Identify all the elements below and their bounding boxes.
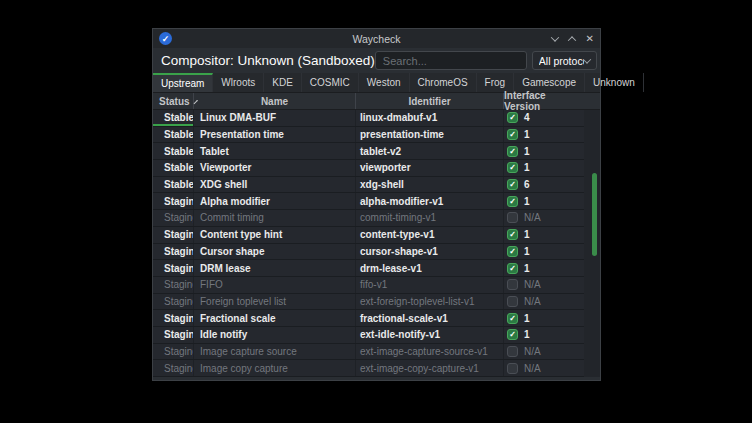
version-value: 4	[524, 112, 530, 123]
table-header: Status Name Identifier Interface Version	[153, 93, 600, 110]
cell-identifier: ext-image-copy-capture-v1	[356, 360, 504, 376]
version-value: 1	[524, 329, 530, 340]
table-row[interactable]: StagingDRM leasedrm-lease-v1✓1	[153, 260, 584, 277]
tab-kde[interactable]: KDE	[264, 73, 302, 92]
checkbox-checked-icon: ✓	[507, 196, 518, 207]
cell-interface-version: ✓1	[504, 310, 584, 326]
table-row[interactable]: StagingCursor shapecursor-shape-v1✓1	[153, 244, 584, 261]
cell-interface-version: ✓1	[504, 260, 584, 276]
column-header-status[interactable]: Status	[153, 93, 194, 109]
cell-status: Staging	[153, 294, 194, 310]
cell-status: Staging	[153, 244, 194, 260]
cell-status: Staging	[153, 260, 194, 276]
version-value: N/A	[524, 296, 541, 307]
cell-interface-version: ✓1	[504, 327, 584, 343]
version-value: 1	[524, 162, 530, 173]
close-icon[interactable]: ✕	[586, 34, 594, 44]
checkbox-checked-icon: ✓	[507, 246, 518, 257]
table-row[interactable]: StagingCommit timingcommit-timing-v1N/A	[153, 210, 584, 227]
checkbox-checked-icon: ✓	[507, 129, 518, 140]
table-row[interactable]: StagingContent type hintcontent-type-v1✓…	[153, 227, 584, 244]
table-row[interactable]: StableLinux DMA-BUFlinux-dmabuf-v1✓4	[153, 110, 584, 127]
cell-status: Staging	[153, 310, 194, 326]
checkbox-checked-icon: ✓	[507, 179, 518, 190]
protocol-filter-dropdown[interactable]: All protocols	[532, 51, 597, 70]
cell-status: Staging	[153, 344, 194, 360]
cell-interface-version: N/A	[504, 360, 584, 376]
checkbox-checked-icon: ✓	[507, 112, 518, 123]
version-value: 1	[524, 146, 530, 157]
cell-name: FIFO	[194, 277, 356, 293]
table-row[interactable]: StagingFractional scalefractional-scale-…	[153, 310, 584, 327]
vertical-scrollbar-thumb[interactable]	[592, 173, 597, 256]
tab-weston[interactable]: Weston	[359, 73, 410, 92]
checkbox-unchecked-icon	[507, 296, 518, 307]
version-value: 1	[524, 196, 530, 207]
table-row[interactable]: StagingFIFOfifo-v1N/A	[153, 277, 584, 294]
column-header-status-label: Status	[159, 96, 190, 107]
checkbox-checked-icon: ✓	[507, 313, 518, 324]
cell-status: Staging	[153, 277, 194, 293]
cell-interface-version: N/A	[504, 344, 584, 360]
version-value: N/A	[524, 279, 541, 290]
tab-chromeos[interactable]: ChromeOS	[410, 73, 477, 92]
table-row[interactable]: StagingIdle notifyext-idle-notify-v1✓1	[153, 327, 584, 344]
table-row[interactable]: StagingImage copy captureext-image-copy-…	[153, 360, 584, 377]
checkbox-checked-icon: ✓	[507, 229, 518, 240]
cell-identifier: alpha-modifier-v1	[356, 193, 504, 209]
table-row[interactable]: StableXDG shellxdg-shell✓6	[153, 177, 584, 194]
cell-name: Cursor shape	[194, 244, 356, 260]
column-header-name[interactable]: Name	[194, 93, 356, 109]
cell-identifier: tablet-v2	[356, 143, 504, 159]
checkbox-unchecked-icon	[507, 363, 518, 374]
column-header-interface-version[interactable]: Interface Version	[504, 93, 584, 109]
cell-identifier: viewporter	[356, 160, 504, 176]
column-header-identifier[interactable]: Identifier	[356, 93, 504, 109]
table-row[interactable]: StableViewporterviewporter✓1	[153, 160, 584, 177]
table-row[interactable]: StagingForeign toplevel listext-foreign-…	[153, 294, 584, 311]
tab-cosmic[interactable]: COSMIC	[302, 73, 359, 92]
version-value: 1	[524, 229, 530, 240]
cell-interface-version: N/A	[504, 277, 584, 293]
checkbox-unchecked-icon	[507, 346, 518, 357]
cell-status: Staging	[153, 327, 194, 343]
table-row[interactable]: StablePresentation timepresentation-time…	[153, 127, 584, 144]
cell-name: DRM lease	[194, 260, 356, 276]
cell-identifier: commit-timing-v1	[356, 210, 504, 226]
cell-name: Viewporter	[194, 160, 356, 176]
cell-identifier: linux-dmabuf-v1	[356, 110, 504, 126]
version-value: N/A	[524, 212, 541, 223]
version-value: N/A	[524, 363, 541, 374]
cell-name: Presentation time	[194, 127, 356, 143]
version-value: N/A	[524, 346, 541, 357]
table-row[interactable]: StableTablettablet-v2✓1	[153, 143, 584, 160]
cell-interface-version: ✓1	[504, 193, 584, 209]
version-value: 1	[524, 313, 530, 324]
title-bar[interactable]: ✓ Waycheck ✕	[153, 29, 600, 48]
table-row[interactable]: StagingImage capture sourceext-image-cap…	[153, 344, 584, 361]
window-bottom-padding	[153, 377, 600, 380]
tab-upstream[interactable]: Upstream	[153, 73, 213, 92]
tab-unknown[interactable]: Unknown	[585, 73, 644, 92]
protocol-filter-value: All protocols	[539, 55, 584, 67]
cell-identifier: presentation-time	[356, 127, 504, 143]
cell-identifier: ext-idle-notify-v1	[356, 327, 504, 343]
cell-name: Image copy capture	[194, 360, 356, 376]
version-value: 1	[524, 129, 530, 140]
cell-status: Stable	[153, 177, 194, 193]
maximize-icon[interactable]	[567, 36, 575, 44]
table-row[interactable]: StagingAlpha modifieralpha-modifier-v1✓1	[153, 193, 584, 210]
cell-name: Foreign toplevel list	[194, 294, 356, 310]
cell-status: Stable	[153, 160, 194, 176]
cell-name: Image capture source	[194, 344, 356, 360]
cell-name: Idle notify	[194, 327, 356, 343]
cell-name: Commit timing	[194, 210, 356, 226]
tab-wlroots[interactable]: Wlroots	[213, 73, 264, 92]
cell-interface-version: ✓6	[504, 177, 584, 193]
search-input[interactable]	[375, 51, 527, 70]
minimize-icon[interactable]	[550, 33, 558, 41]
checkbox-checked-icon: ✓	[507, 146, 518, 157]
cell-identifier: content-type-v1	[356, 227, 504, 243]
cell-identifier: fifo-v1	[356, 277, 504, 293]
version-value: 1	[524, 263, 530, 274]
